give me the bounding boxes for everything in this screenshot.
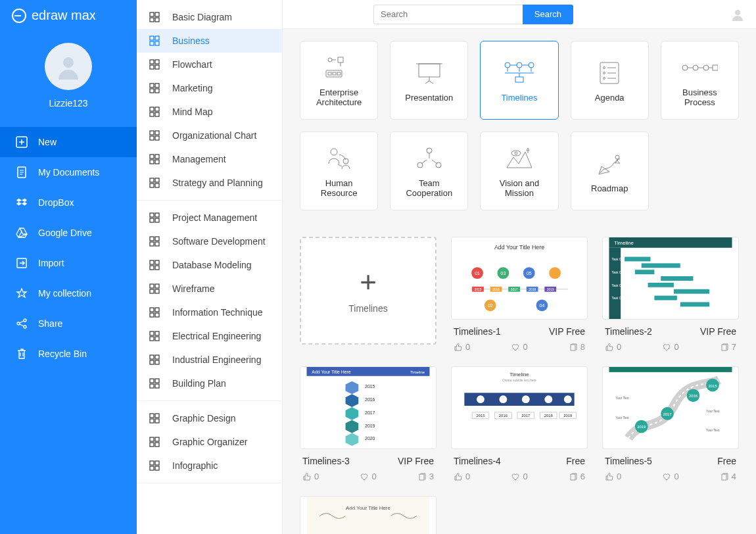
category-icon	[149, 235, 166, 247]
subcat-roadmap[interactable]: Roadmap	[571, 132, 649, 210]
fav-stat[interactable]: 0	[662, 342, 678, 352]
nav-item-recycle-bin[interactable]: Recycle Bin	[0, 339, 137, 369]
like-stat[interactable]: 0	[454, 472, 470, 481]
category-icon	[149, 377, 166, 389]
copy-stat[interactable]: 3	[417, 472, 434, 481]
svg-rect-40	[150, 213, 154, 217]
nav-item-my-collection[interactable]: My collection	[0, 278, 137, 308]
category-project-management[interactable]: Project Management	[137, 206, 282, 230]
svg-point-104	[331, 149, 337, 155]
category-building-plan[interactable]: Building Plan	[137, 372, 282, 395]
copy-stat[interactable]: 8	[569, 342, 585, 352]
nav-item-my-documents[interactable]: My Documents	[0, 157, 137, 187]
category-software-development[interactable]: Software Development	[137, 230, 282, 253]
fav-stat[interactable]: 0	[511, 342, 527, 352]
svg-text:2016: 2016	[492, 288, 500, 291]
avatar[interactable]	[45, 43, 92, 90]
svg-rect-73	[155, 414, 159, 418]
svg-point-168	[477, 395, 484, 403]
subcat-vision-and-mission[interactable]: Vision and Mission	[480, 132, 558, 210]
svg-rect-37	[155, 178, 159, 182]
template-partial[interactable]: Add Your Title Here	[300, 496, 437, 534]
category-icon	[149, 412, 166, 424]
timelines-icon	[502, 59, 536, 87]
subcat-business-process[interactable]: Business Process	[661, 41, 739, 120]
svg-rect-95	[515, 77, 523, 82]
category-infographic[interactable]: Infographic	[137, 454, 282, 477]
category-icon	[149, 330, 166, 342]
category-organizational-chart[interactable]: Organizational Chart	[137, 124, 282, 147]
svg-rect-56	[150, 308, 154, 312]
like-stat[interactable]: 0	[605, 342, 621, 352]
svg-point-94	[529, 62, 534, 68]
category-management[interactable]: Management	[137, 147, 282, 171]
category-industrial-engineering[interactable]: Industrial Engineering	[137, 348, 282, 372]
like-stat[interactable]: 0	[302, 472, 319, 481]
nav-item-dropbox[interactable]: DropBox	[0, 187, 137, 218]
category-graphic-design[interactable]: Graphic Design	[137, 406, 282, 430]
svg-rect-17	[155, 60, 159, 64]
nav-item-import[interactable]: Import	[0, 248, 137, 278]
category-database-modeling[interactable]: Database Modeling	[137, 253, 282, 277]
category-mind-map[interactable]: Mind Map	[137, 100, 282, 124]
search-button[interactable]: Search	[523, 5, 573, 24]
category-electrical-engineering[interactable]: Electrical Engineering	[137, 324, 282, 348]
dropbox-icon	[14, 197, 29, 208]
category-information-technique[interactable]: Information Technique	[137, 301, 282, 324]
svg-point-101	[693, 65, 698, 70]
nav-item-share[interactable]: Share	[0, 308, 137, 339]
search-input[interactable]	[373, 5, 523, 24]
subcat-agenda[interactable]: Agenda	[571, 41, 649, 120]
svg-rect-22	[150, 89, 154, 93]
svg-text:2016: 2016	[499, 414, 508, 418]
fav-stat[interactable]: 0	[360, 472, 376, 481]
category-icon	[149, 35, 166, 47]
category-business[interactable]: Business	[137, 29, 282, 53]
svg-rect-15	[155, 41, 159, 45]
fav-stat[interactable]: 0	[511, 472, 527, 481]
svg-text:Your Text: Your Text	[706, 410, 720, 413]
copy-stat[interactable]: 6	[569, 472, 585, 481]
svg-rect-91	[419, 64, 440, 77]
category-strategy-and-planning[interactable]: Strategy and Planning	[137, 171, 282, 195]
template-timelines-1[interactable]: Add Your Title Here010305201520162017201…	[451, 237, 588, 352]
category-graphic-organizer[interactable]: Graphic Organizer	[137, 430, 282, 454]
template-blank[interactable]: +Timelines	[300, 237, 437, 352]
svg-rect-16	[150, 60, 154, 64]
fav-stat[interactable]: 0	[662, 472, 678, 481]
subcat-enterprise-architecture[interactable]: Enterprise Architecture	[300, 41, 378, 120]
subcat-team-cooperation[interactable]: Team Cooperation	[390, 132, 468, 210]
template-timelines-4[interactable]: TimelineCreate subtitle text here2015201…	[451, 366, 588, 481]
subcat-human-resource[interactable]: Human Resource	[300, 132, 378, 210]
svg-rect-60	[150, 331, 154, 335]
vision-icon	[503, 144, 536, 173]
svg-text:Create subtitle text here: Create subtitle text here	[502, 379, 536, 382]
category-wireframe[interactable]: Wireframe	[137, 277, 282, 301]
svg-rect-48	[150, 260, 154, 264]
template-tag: Free	[717, 456, 736, 466]
category-icon	[149, 354, 166, 366]
template-timelines-3[interactable]: Add Your Title HereTimeline2015201620172…	[300, 366, 437, 481]
subcat-presentation[interactable]: Presentation	[390, 41, 468, 120]
copy-stat[interactable]: 4	[720, 472, 736, 481]
svg-text:2017: 2017	[511, 288, 518, 291]
svg-rect-183	[571, 474, 575, 480]
plus-icon: +	[360, 268, 377, 297]
like-stat[interactable]: 0	[454, 342, 470, 352]
template-timelines-5[interactable]: 2019201720162015Your TextYour TextYour T…	[602, 366, 739, 481]
nav-item-google-drive[interactable]: Google Drive	[0, 218, 137, 248]
copy-stat[interactable]: 7	[720, 342, 736, 352]
nav-item-new[interactable]: New	[0, 127, 137, 157]
template-timelines-2[interactable]: TimelineTask 01Task 02Task 03Task 04Time…	[602, 237, 739, 352]
subcat-timelines[interactable]: Timelines	[480, 41, 558, 120]
svg-point-169	[499, 395, 507, 403]
user-menu-icon[interactable]	[731, 8, 744, 21]
team-icon	[413, 144, 445, 173]
svg-rect-53	[155, 284, 159, 288]
category-marketing[interactable]: Marketing	[137, 76, 282, 100]
like-stat[interactable]: 0	[605, 472, 621, 481]
category-basic-diagram[interactable]: Basic Diagram	[137, 5, 282, 29]
category-flowchart[interactable]: Flowchart	[137, 53, 282, 76]
template-thumb: Add Your Title HereTimeline2015201620172…	[300, 366, 437, 449]
svg-rect-29	[155, 131, 159, 135]
